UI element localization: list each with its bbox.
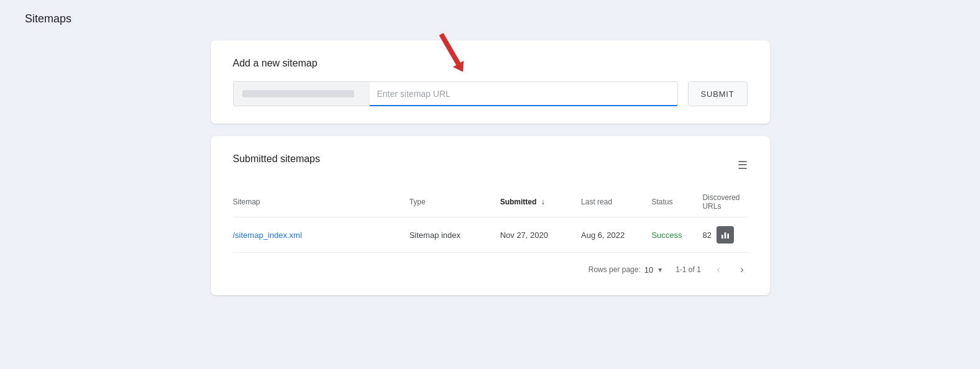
rows-per-page-value: 10	[644, 265, 653, 275]
add-sitemap-row: SUBMIT	[233, 81, 748, 106]
svg-rect-4	[727, 234, 729, 239]
sitemap-cell: /sitemap_index.xml	[233, 217, 410, 253]
bar-chart-icon	[720, 230, 730, 240]
filter-icon[interactable]: ☰	[738, 158, 748, 172]
status-value: Success	[651, 230, 682, 240]
table-header-row: Sitemap Type Submitted ↓ Last read Statu…	[233, 187, 748, 217]
add-sitemap-title: Add a new sitemap	[233, 58, 748, 69]
discovered-count: 82	[702, 230, 711, 240]
card-header: Submitted sitemaps ☰	[233, 153, 748, 177]
discovered-container: 82	[702, 226, 740, 244]
discovered-cell: 82	[702, 217, 747, 253]
col-header-lastread: Last read	[581, 187, 651, 217]
rows-per-page-dropdown-icon[interactable]: ▼	[657, 266, 663, 273]
col-header-discovered: Discovered URLs	[702, 187, 747, 217]
rows-per-page: Rows per page: 10 ▼	[588, 265, 663, 275]
col-header-status: Status	[651, 187, 702, 217]
svg-rect-3	[725, 232, 726, 239]
sort-arrow-icon: ↓	[541, 198, 545, 206]
submitted-sitemaps-title: Submitted sitemaps	[233, 153, 321, 165]
col-header-type: Type	[410, 187, 500, 217]
pagination-row: Rows per page: 10 ▼ 1-1 of 1 ‹ ›	[233, 253, 748, 278]
sitemap-url-input[interactable]	[370, 81, 678, 106]
lastread-cell: Aug 6, 2022	[581, 217, 651, 253]
arrow-annotation	[426, 25, 475, 78]
rows-per-page-label: Rows per page:	[588, 265, 641, 274]
submitted-cell: Nov 27, 2020	[500, 217, 581, 253]
page-title: Sitemaps	[25, 12, 955, 25]
page-info: 1-1 of 1	[675, 265, 701, 274]
svg-rect-2	[721, 235, 723, 239]
url-prefix	[233, 81, 370, 106]
submit-button[interactable]: SUBMIT	[688, 81, 748, 106]
col-header-submitted[interactable]: Submitted ↓	[500, 187, 581, 217]
sitemap-link[interactable]: /sitemap_index.xml	[233, 230, 302, 240]
prev-page-button[interactable]: ‹	[713, 262, 724, 278]
submitted-sitemaps-card: Submitted sitemaps ☰ Sitemap Type Submit…	[211, 136, 770, 295]
add-sitemap-card: Add a new sitemap SUBMIT	[211, 40, 770, 124]
type-cell: Sitemap index	[410, 217, 500, 253]
next-page-button[interactable]: ›	[736, 262, 747, 278]
sitemaps-table: Sitemap Type Submitted ↓ Last read Statu…	[233, 187, 748, 253]
table-row: /sitemap_index.xml Sitemap index Nov 27,…	[233, 217, 748, 253]
chart-button[interactable]	[717, 226, 734, 244]
status-cell: Success	[651, 217, 702, 253]
col-header-sitemap: Sitemap	[233, 187, 410, 217]
url-prefix-blurred	[242, 90, 354, 98]
